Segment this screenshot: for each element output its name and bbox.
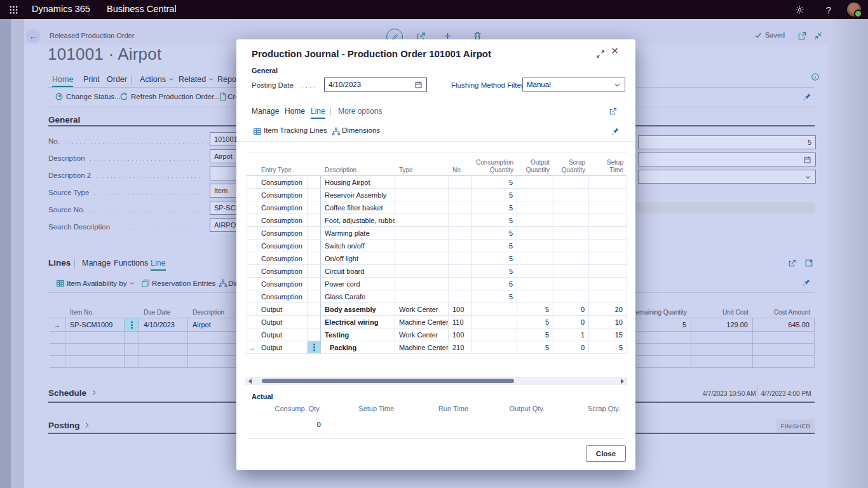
cell-output-qty[interactable]	[517, 189, 553, 201]
empty-cell[interactable]	[50, 332, 65, 344]
header-cell[interactable]: Scrap Quantity	[553, 153, 589, 176]
cell-no[interactable]	[449, 252, 472, 265]
cell-scrap-qty[interactable]	[553, 201, 589, 214]
vertical-dots-icon[interactable]	[131, 324, 133, 326]
cell-description[interactable]: Power cord	[321, 278, 395, 290]
row-selector-cell[interactable]	[247, 240, 257, 252]
header-cell[interactable]: Type	[395, 153, 449, 176]
cell-scrap-qty[interactable]	[553, 189, 589, 201]
cell-setup-time[interactable]	[589, 252, 627, 265]
cell-consumption-qty[interactable]: 5	[472, 265, 517, 278]
cell-no[interactable]	[449, 214, 472, 227]
cell-setup-time[interactable]: 5	[589, 341, 627, 354]
empty-cell[interactable]	[691, 356, 753, 368]
cell-entry-type[interactable]: Consumption	[257, 227, 308, 240]
cell-type[interactable]: Work Center	[395, 303, 449, 316]
empty-cell[interactable]	[139, 356, 188, 368]
section-lines-heading[interactable]: Lines	[48, 258, 71, 268]
cell-scrap-qty[interactable]	[553, 214, 589, 227]
cell-setup-time[interactable]	[589, 176, 627, 189]
cell-setup-time[interactable]	[589, 189, 627, 201]
dropdown-input[interactable]	[638, 170, 816, 184]
back-icon[interactable]: ←	[26, 29, 40, 43]
cell-scrap-qty[interactable]	[553, 252, 589, 265]
expand-dialog-icon[interactable]	[596, 50, 605, 58]
cell-output-qty[interactable]	[517, 265, 553, 278]
cell-description[interactable]: Glass Carafe	[321, 290, 395, 303]
dialog-tab-home[interactable]: Home	[285, 107, 305, 116]
row-menu-cell[interactable]	[308, 341, 321, 354]
row-menu-cell[interactable]	[308, 278, 321, 290]
cell-no[interactable]	[449, 278, 472, 290]
cell-setup-time[interactable]: 20	[589, 303, 627, 316]
cell-description[interactable]: Circuit board	[321, 265, 395, 278]
cell-consumption-qty[interactable]: 5	[472, 201, 517, 214]
cell-type[interactable]: Machine Center	[395, 316, 449, 329]
row-menu-cell[interactable]	[308, 176, 321, 189]
lines-tab-functions[interactable]: Functions	[114, 259, 148, 268]
cell-scrap-qty[interactable]	[553, 176, 589, 189]
cell-output-qty[interactable]	[517, 176, 553, 189]
close-dialog-icon[interactable]: ×	[611, 44, 618, 58]
cell-scrap-qty[interactable]	[553, 227, 589, 240]
date-input[interactable]	[638, 152, 816, 166]
row-menu-cell[interactable]	[308, 329, 321, 341]
cell-no[interactable]: 210	[449, 341, 472, 354]
lines-header-cell[interactable]: Cost Amount	[753, 306, 815, 318]
cell-entry-type[interactable]: Output	[257, 341, 308, 354]
open-window-icon[interactable]	[797, 31, 807, 41]
row-selector-cell[interactable]	[247, 189, 257, 201]
cell-output-qty[interactable]: 5	[517, 341, 553, 354]
cell-entry-type[interactable]: Output	[257, 303, 308, 316]
cell-consumption-qty[interactable]: 5	[472, 227, 517, 240]
tab-actions[interactable]: Actions	[140, 75, 174, 84]
row-selector-cell[interactable]	[247, 214, 257, 227]
row-menu-cell[interactable]	[308, 316, 321, 329]
change-status-button[interactable]: Change Status...	[66, 93, 121, 100]
cell-no[interactable]	[449, 290, 472, 303]
quantity-input[interactable]: 5	[638, 135, 816, 149]
row-menu-cell[interactable]	[125, 318, 139, 332]
empty-cell[interactable]	[125, 332, 139, 344]
cell-setup-time[interactable]: 15	[589, 329, 627, 341]
cell-consumption-qty[interactable]: 5	[472, 214, 517, 227]
cell-description[interactable]: Reservoir Assembly	[321, 189, 395, 201]
cell-entry-type[interactable]: Consumption	[257, 201, 308, 214]
cell-entry-type[interactable]: Consumption	[257, 252, 308, 265]
cell-output-qty[interactable]	[517, 252, 553, 265]
cell-type[interactable]	[395, 189, 449, 201]
empty-cell[interactable]	[50, 356, 65, 368]
posting-date-input[interactable]: 4/10/2023	[324, 78, 427, 92]
cell-no[interactable]: 100	[449, 329, 472, 341]
row-menu-cell[interactable]	[308, 265, 321, 278]
cell-entry-type[interactable]: Consumption	[257, 176, 308, 189]
info-icon[interactable]	[811, 72, 820, 81]
header-cell[interactable]: Description	[321, 153, 395, 176]
cell-scrap-qty[interactable]: 0	[553, 303, 589, 316]
tab-related[interactable]: Related	[179, 75, 214, 84]
cell-consumption-qty[interactable]: 5	[472, 176, 517, 189]
cell-output-qty[interactable]	[517, 227, 553, 240]
empty-cell[interactable]	[139, 332, 188, 344]
item-tracking-lines-button[interactable]: Item Tracking Lines	[264, 126, 327, 134]
row-selector-cell[interactable]	[247, 316, 257, 329]
cell-consumption-qty[interactable]: 5	[472, 189, 517, 201]
cell-type[interactable]: Work Center	[395, 329, 449, 341]
cell-entry-type[interactable]: Consumption	[257, 214, 308, 227]
cell-entry-type[interactable]: Consumption	[257, 290, 308, 303]
cell-scrap-qty[interactable]	[553, 240, 589, 252]
refresh-order-button[interactable]: Refresh Production Order...	[131, 93, 220, 100]
cell-scrap-qty[interactable]: 0	[553, 316, 589, 329]
cell-due-date[interactable]: 4/10/2023	[139, 318, 188, 332]
header-cell[interactable]: No.	[449, 153, 472, 176]
cell-setup-time[interactable]	[589, 214, 627, 227]
empty-cell[interactable]	[635, 344, 691, 356]
lines-tab-manage[interactable]: Manage	[82, 259, 111, 268]
empty-cell[interactable]	[753, 356, 815, 368]
pin-icon[interactable]	[803, 93, 811, 101]
cell-consumption-qty[interactable]: 5	[472, 252, 517, 265]
empty-cell[interactable]	[635, 332, 691, 344]
dialog-tab-manage[interactable]: Manage	[252, 107, 279, 116]
header-cell[interactable]: Entry Type	[257, 153, 308, 176]
tab-home[interactable]: Home	[52, 75, 73, 87]
